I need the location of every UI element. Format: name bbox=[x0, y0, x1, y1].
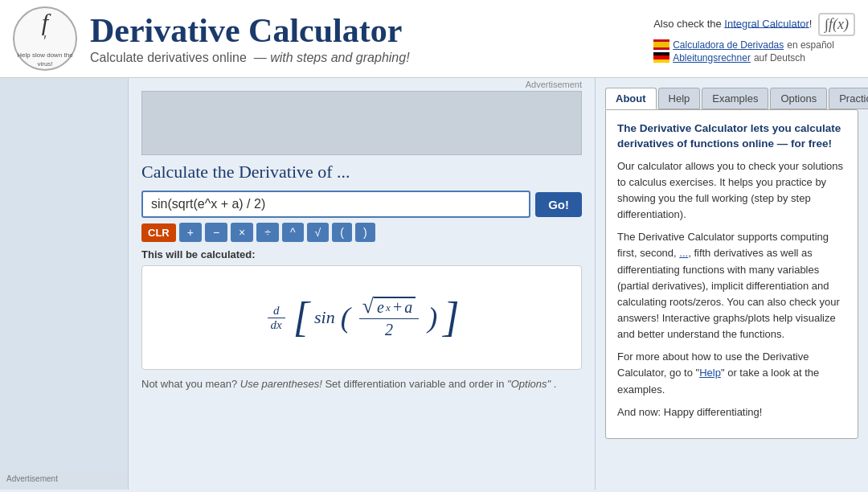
left-ad-space bbox=[0, 78, 128, 471]
inner-den: 2 bbox=[382, 321, 396, 339]
about-p2: The Derivative Calculator supports compu… bbox=[617, 229, 846, 342]
plus-sign: + bbox=[392, 298, 403, 317]
top-ad-label: Advertisement bbox=[129, 78, 595, 89]
btn-times[interactable]: × bbox=[231, 223, 253, 242]
title-block: Derivative Calculator Calculate derivati… bbox=[90, 12, 410, 65]
frac-d: d bbox=[270, 304, 283, 318]
es-suffix: en español bbox=[787, 39, 834, 51]
logo-text: Help slow down the virus! bbox=[14, 51, 76, 68]
inner-frac-line bbox=[359, 318, 419, 319]
subtitle: Calculate derivatives online — with step… bbox=[90, 51, 410, 65]
ad-banner bbox=[141, 91, 582, 155]
tab-about[interactable]: About bbox=[605, 88, 657, 109]
inner-num: √ ex + a bbox=[359, 296, 419, 317]
flag-de-icon bbox=[653, 52, 669, 63]
exp-x: x bbox=[386, 301, 391, 314]
about-p2-post: , fifth derivatives as well as different… bbox=[617, 247, 840, 340]
es-link[interactable]: Calculadora de Derivadas bbox=[673, 39, 784, 51]
big-bracket-right: ] bbox=[443, 297, 459, 338]
a-text: a bbox=[404, 298, 412, 317]
bottom-note-end: Set differentiation variable and order i… bbox=[325, 378, 507, 390]
header-right: Also check the Integral Calculator! ∫f(x… bbox=[653, 13, 855, 65]
header-left: f ′ Help slow down the virus! Derivative… bbox=[13, 6, 410, 71]
bottom-note: Not what you mean? Use parentheses! Set … bbox=[141, 376, 582, 392]
integral-logo: ∫f(x) bbox=[818, 13, 855, 36]
go-button[interactable]: Go! bbox=[535, 192, 582, 217]
main-content: Advertisement Advertisement Calculate th… bbox=[0, 78, 868, 490]
also-check-text: Also check the bbox=[653, 17, 722, 29]
bottom-note-options: "Options" bbox=[507, 378, 551, 390]
logo-f: f bbox=[42, 9, 48, 36]
left-ad-label: Advertisement bbox=[0, 471, 128, 486]
about-p4: And now: Happy differentiating! bbox=[617, 404, 846, 420]
bottom-note-static: Not what you mean? bbox=[141, 378, 237, 390]
deriv-fraction: d dx bbox=[268, 304, 285, 332]
de-row: Ableitungsrechner auf Deutsch bbox=[653, 52, 855, 64]
tabs: About Help Examples Options Practice bbox=[596, 88, 868, 109]
math-display: d dx [ sin ( √ e bbox=[141, 265, 582, 370]
header: f ′ Help slow down the virus! Derivative… bbox=[0, 0, 868, 78]
btn-plus[interactable]: + bbox=[179, 223, 202, 242]
left-ad-panel: Advertisement bbox=[0, 78, 129, 490]
tab-examples[interactable]: Examples bbox=[702, 88, 768, 109]
tab-content-about: The Derivative Calculator lets you calcu… bbox=[605, 109, 858, 439]
sqrt-content: ex + a bbox=[374, 297, 416, 317]
e-text: e bbox=[377, 298, 384, 317]
flag-es-icon bbox=[653, 39, 669, 50]
calc-input[interactable] bbox=[141, 191, 530, 218]
btn-lparen[interactable]: ( bbox=[332, 223, 352, 242]
about-p1: Our calculator allows you to check your … bbox=[617, 158, 846, 223]
subtitle-em: with steps and graphing! bbox=[270, 51, 409, 64]
also-check-line: Also check the Integral Calculator! ∫f(x… bbox=[653, 13, 855, 36]
sin-paren-right: ) bbox=[428, 301, 437, 334]
tab-options[interactable]: Options bbox=[770, 88, 827, 109]
btn-power[interactable]: ^ bbox=[282, 223, 304, 242]
inner-fraction: √ ex + a 2 bbox=[359, 296, 419, 339]
de-suffix: auf Deutsch bbox=[754, 52, 805, 64]
sqrt-symbol: √ bbox=[362, 296, 374, 317]
de-link[interactable]: Ableitungsrechner bbox=[673, 52, 751, 64]
sin-paren-left: ( bbox=[341, 301, 350, 334]
logo-prime: ′ bbox=[43, 33, 46, 50]
frac-dx: dx bbox=[268, 318, 285, 332]
btn-sqrt[interactable]: √ bbox=[307, 223, 330, 242]
will-calc-label: This will be calculated: bbox=[141, 248, 582, 260]
btn-divide[interactable]: ÷ bbox=[256, 223, 279, 242]
big-bracket-left: [ bbox=[293, 297, 309, 338]
about-p3-link[interactable]: Help bbox=[699, 367, 721, 379]
calculator-section: Calculate the Derivative of ... Go! CLR … bbox=[129, 162, 595, 392]
clr-button[interactable]: CLR bbox=[141, 223, 176, 242]
integral-suffix: ! bbox=[809, 17, 813, 29]
tab-help[interactable]: Help bbox=[658, 88, 701, 109]
about-p2-link[interactable]: ... bbox=[679, 247, 688, 259]
integral-calculator-link[interactable]: Integral Calculator bbox=[724, 17, 809, 29]
buttons-row: CLR + − × ÷ ^ √ ( ) bbox=[141, 223, 582, 242]
math-formula: d dx [ sin ( √ e bbox=[264, 296, 460, 339]
es-row: Calculadora de Derivadas en español bbox=[653, 39, 855, 51]
logo[interactable]: f ′ Help slow down the virus! bbox=[13, 6, 77, 71]
subtitle-static: Calculate derivatives online bbox=[90, 51, 247, 64]
btn-rparen[interactable]: ) bbox=[355, 223, 375, 242]
tab-practice[interactable]: Practice bbox=[829, 88, 868, 109]
center-content: Advertisement Calculate the Derivative o… bbox=[129, 78, 595, 490]
bottom-note-period: . bbox=[554, 378, 557, 390]
about-p3: For more about how to use the Derivative… bbox=[617, 349, 846, 397]
btn-minus[interactable]: − bbox=[205, 223, 227, 242]
calc-title: Calculate the Derivative of ... bbox=[141, 162, 582, 182]
right-panel: About Help Examples Options Practice The… bbox=[595, 78, 868, 490]
sin-text: sin bbox=[314, 307, 335, 328]
bottom-note-em: Use parentheses! bbox=[240, 378, 322, 390]
page-title: Derivative Calculator bbox=[90, 12, 410, 49]
input-row: Go! bbox=[141, 191, 582, 218]
about-intro: The Derivative Calculator lets you calcu… bbox=[617, 121, 846, 152]
